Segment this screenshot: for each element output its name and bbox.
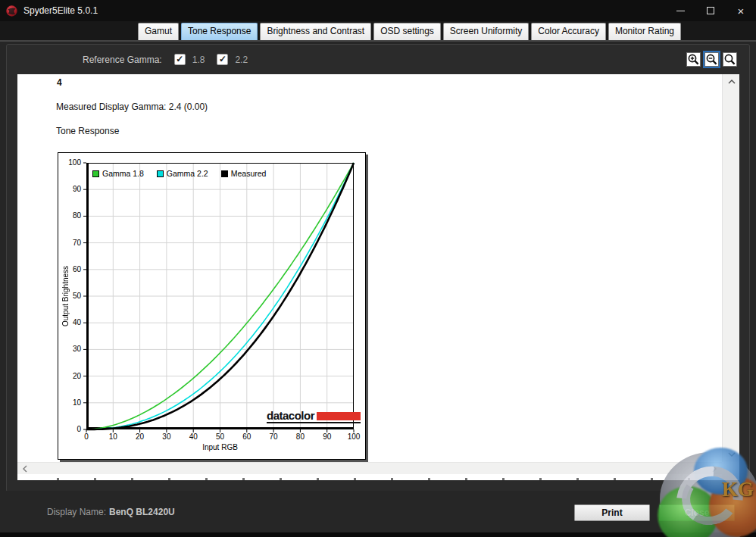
measured-gamma-text: Measured Display Gamma: 2.4 (0.00) (56, 101, 208, 112)
close-button[interactable]: Close (659, 504, 735, 521)
minimize-icon (676, 11, 685, 11)
maximize-icon (707, 7, 714, 14)
x-tick-label: 10 (104, 432, 122, 441)
y-tick-label: 30 (60, 345, 81, 353)
tab-screen-uniformity[interactable]: Screen Uniformity (443, 23, 529, 40)
tab-monitor-rating[interactable]: Monitor Rating (608, 23, 681, 40)
spyder-logo-icon (5, 5, 18, 17)
maximize-button[interactable] (695, 0, 726, 21)
clipped-content-sliver (17, 474, 722, 480)
reference-gamma-label: Reference Gamma: (83, 55, 162, 65)
page-number: 4 (57, 77, 62, 88)
tab-osd-settings[interactable]: OSD settings (373, 23, 441, 40)
display-name-value: BenQ BL2420U (109, 507, 175, 517)
app-window: Spyder5Elite 5.0.1 × GamutTone ResponseB… (0, 0, 756, 537)
report-viewport: 4 Measured Display Gamma: 2.4 (0.00) Ton… (17, 74, 739, 480)
tone-response-plot (86, 163, 354, 429)
display-name-label: Display Name: (47, 507, 106, 517)
footer-bar: Display Name:BenQ BL2420U Print Close (0, 491, 756, 537)
y-tick-label: 50 (60, 292, 81, 300)
zoom-in-button[interactable] (686, 52, 701, 67)
chevron-right-icon (712, 465, 717, 473)
legend-swatch (221, 170, 228, 177)
gamma-option-label: 1.8 (192, 55, 205, 65)
zoom-out-button[interactable] (704, 52, 719, 67)
display-name: Display Name:BenQ BL2420U (47, 507, 175, 517)
chevron-up-icon (728, 80, 736, 84)
tab-bar: GamutTone ResponseBrightness and Contras… (0, 21, 756, 40)
legend-label: Gamma 1.8 (102, 169, 144, 178)
y-tick-label: 40 (60, 318, 81, 326)
zoom-in-icon (687, 53, 700, 66)
y-tick-label: 20 (60, 372, 81, 380)
vertical-scrollbar[interactable] (722, 74, 739, 462)
x-tick-label: 50 (211, 432, 230, 441)
chevron-down-icon (728, 452, 736, 457)
window-bottom-edge (0, 532, 756, 537)
x-tick-label: 0 (77, 432, 95, 441)
content-panel: Reference Gamma: ✓1.8✓2.2 (6, 44, 750, 492)
x-axis-title: Input RGB (86, 443, 354, 451)
reference-gamma-option: ✓1.8 (174, 54, 205, 65)
reference-gamma-toolbar: Reference Gamma: ✓1.8✓2.2 (7, 45, 749, 74)
minimize-button[interactable] (665, 0, 695, 21)
legend-item: Gamma 2.2 (157, 169, 208, 178)
y-tick-labels: 0102030405060708090100 (60, 163, 83, 429)
datacolor-logo: datacolor (267, 411, 361, 423)
chart-legend: Gamma 1.8Gamma 2.2Measured (92, 169, 266, 178)
gamma-option-label: 2.2 (235, 55, 248, 65)
close-window-button[interactable]: × (726, 0, 756, 21)
section-title: Tone Response (56, 126, 119, 136)
x-tick-label: 20 (131, 432, 149, 441)
x-tick-label: 70 (264, 432, 283, 441)
window-controls: × (665, 0, 756, 21)
scroll-left-button[interactable] (19, 463, 31, 475)
x-tick-label: 90 (318, 432, 336, 441)
tone-response-chart: Output Brightness 0102030405060708090100… (58, 152, 366, 460)
zoom-reset-button[interactable] (723, 52, 737, 67)
y-tick-label: 100 (60, 158, 81, 167)
legend-item: Gamma 1.8 (92, 169, 144, 178)
y-tick-label: 60 (60, 265, 81, 273)
reference-gamma-option: ✓2.2 (217, 54, 248, 65)
x-tick-label: 30 (158, 432, 176, 441)
close-icon: × (738, 5, 745, 17)
y-tick-label: 10 (60, 398, 81, 407)
checkbox-gamma-1.8[interactable]: ✓ (174, 54, 186, 65)
main-area: Reference Gamma: ✓1.8✓2.2 (0, 40, 756, 537)
tab-color-accuracy[interactable]: Color Accuracy (531, 23, 606, 40)
zoom-out-icon (705, 53, 718, 66)
y-tick-label: 80 (60, 211, 81, 220)
x-tick-label: 60 (238, 432, 256, 441)
x-tick-label: 40 (184, 432, 202, 441)
datacolor-logo-bar (317, 412, 361, 420)
zoom-controls (686, 52, 737, 67)
x-tick-labels: 0102030405060708090100 (86, 432, 354, 442)
scrollbar-corner (722, 462, 739, 480)
x-tick-label: 80 (291, 432, 309, 441)
reference-gamma-options: ✓1.8✓2.2 (162, 54, 248, 65)
print-button[interactable]: Print (574, 504, 650, 521)
checkbox-gamma-2.2[interactable]: ✓ (217, 54, 228, 65)
tab-brightness-and-contrast[interactable]: Brightness and Contrast (260, 23, 371, 40)
legend-item: Measured (221, 169, 267, 178)
datacolor-logo-text: datacolor (267, 411, 314, 421)
legend-label: Measured (231, 169, 267, 178)
tab-tone-response[interactable]: Tone Response (181, 23, 258, 40)
scroll-right-button[interactable] (708, 463, 720, 475)
zoom-reset-icon (723, 53, 736, 66)
title-bar: Spyder5Elite 5.0.1 × (0, 0, 756, 21)
window-title: Spyder5Elite 5.0.1 (23, 5, 98, 16)
legend-swatch (92, 170, 99, 177)
tab-gamut[interactable]: Gamut (138, 23, 179, 40)
legend-swatch (157, 170, 164, 177)
scroll-down-button[interactable] (723, 448, 740, 461)
horizontal-scrollbar[interactable] (17, 462, 722, 474)
chevron-left-icon (23, 465, 27, 473)
y-tick-label: 90 (60, 185, 81, 193)
legend-label: Gamma 2.2 (167, 169, 208, 178)
x-tick-label: 100 (345, 432, 363, 441)
y-tick-label: 70 (60, 239, 81, 247)
scroll-up-button[interactable] (723, 76, 740, 88)
